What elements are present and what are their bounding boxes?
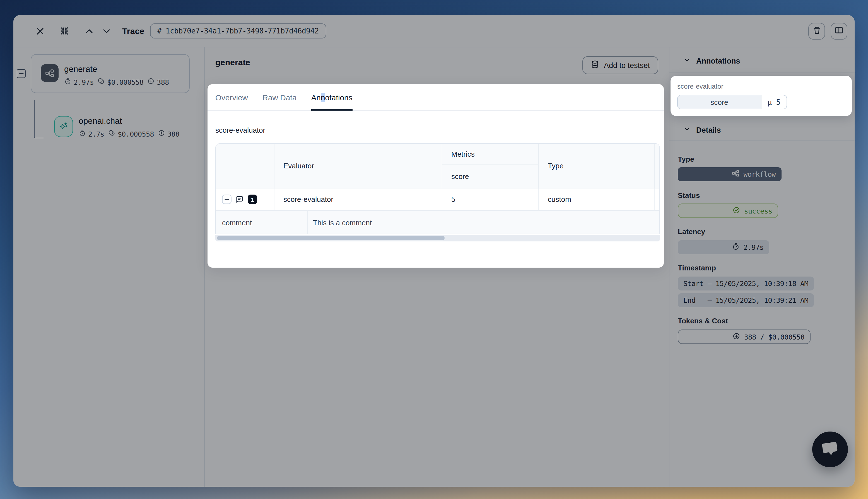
trace-topbar: Trace # 1cbb70e7-34a1-7bb7-3498-771b7d46… xyxy=(13,15,855,47)
cell-evaluator: score-evaluator xyxy=(275,188,442,210)
tabs-row: Overview Raw Data Annotations xyxy=(207,84,664,111)
annotations-header-label: Annotations xyxy=(696,57,740,65)
column-header-type: Type xyxy=(539,144,655,188)
app-root: Trace # 1cbb70e7-34a1-7bb7-3498-771b7d46… xyxy=(0,0,868,499)
chat-support-button[interactable] xyxy=(812,431,848,467)
comment-value: This is a comment xyxy=(308,211,659,234)
node-cost: $0.000558 xyxy=(118,130,154,138)
cell-type: custom xyxy=(539,188,655,210)
latency-value: 2.97s xyxy=(743,243,763,252)
prev-trace-button[interactable] xyxy=(82,23,97,39)
comment-count-badge: 1 xyxy=(248,195,257,204)
chevron-down-icon xyxy=(683,56,691,65)
cell-score: 5 xyxy=(442,188,539,210)
chevron-up-icon xyxy=(85,26,94,35)
column-subheader-score: score xyxy=(442,165,538,188)
check-circle-icon xyxy=(684,198,740,224)
tokens-cost-badge: 388 / $0.000558 xyxy=(678,329,810,344)
node-stats: 2.7s $0.000558 388 xyxy=(79,129,179,138)
latency-badge: 2.97s xyxy=(678,240,769,254)
comment-icon[interactable] xyxy=(236,195,244,204)
trace-id-badge: # 1cbb70e7-34a1-7bb7-3498-771b7d46d942 xyxy=(150,23,326,38)
type-value: workflow xyxy=(743,170,776,179)
tab-annotations[interactable]: Annotations xyxy=(311,84,352,110)
type-badge: workflow xyxy=(678,167,781,181)
table-header: Evaluator Metrics score Type xyxy=(216,144,659,188)
node-tokens: 388 xyxy=(157,78,169,86)
tree-connector xyxy=(34,100,44,138)
minus-icon xyxy=(224,195,229,204)
span-tab-panel: Overview Raw Data Annotations score-eval… xyxy=(207,84,664,268)
node-latency: 2.7s xyxy=(88,130,104,138)
timestamp-start-badge: Start – 15/05/2025, 10:39:18 AM xyxy=(678,277,814,291)
circle-plus-icon xyxy=(684,324,740,350)
annotation-evaluator-label: score-evaluator xyxy=(677,83,723,90)
divider xyxy=(670,141,855,141)
minimize-button[interactable] xyxy=(56,23,72,39)
delete-trace-button[interactable] xyxy=(808,23,825,39)
status-badge: success xyxy=(678,204,779,218)
tab-raw-data[interactable]: Raw Data xyxy=(263,84,297,110)
annotations-table: Evaluator Metrics score Type xyxy=(215,143,660,234)
score-metric-pill[interactable]: score μ 5 xyxy=(677,95,787,109)
workflow-icon xyxy=(683,161,739,187)
circle-plus-icon xyxy=(147,77,155,86)
next-trace-button[interactable] xyxy=(99,23,114,39)
trace-tree-sidebar: generate 2.97s $0.000558 388 xyxy=(13,47,205,487)
sparkles-icon xyxy=(54,116,73,137)
add-to-testset-button[interactable]: Add to testset xyxy=(583,56,658,74)
table-row: 1 score-evaluator 5 custom xyxy=(216,188,659,211)
minus-square-icon xyxy=(19,70,24,78)
metric-value-segment: μ 5 xyxy=(761,95,786,109)
text-selection: n xyxy=(321,93,325,102)
metric-name-segment: score xyxy=(678,95,761,109)
chat-bubble-icon xyxy=(819,438,841,461)
workflow-icon xyxy=(41,64,59,82)
tree-collapse-toggle[interactable] xyxy=(17,69,26,78)
annotations-section-header[interactable]: Annotations xyxy=(683,56,740,65)
stopwatch-icon xyxy=(79,129,86,138)
details-header-label: Details xyxy=(696,126,721,134)
span-title: generate xyxy=(215,58,250,67)
arrows-pointing-in-icon xyxy=(59,26,69,36)
annotation-card: score-evaluator score μ 5 xyxy=(671,76,852,116)
trash-icon xyxy=(812,26,821,36)
span-header: generate Add to testset xyxy=(205,47,669,84)
column-header-evaluator: Evaluator xyxy=(275,144,442,188)
toggle-panel-button[interactable] xyxy=(831,23,847,39)
tree-node-openai-chat[interactable]: openai.chat 2.7s $0.000558 388 xyxy=(54,116,179,138)
close-icon xyxy=(36,26,45,35)
scrollbar-thumb[interactable] xyxy=(217,236,445,240)
page-title: Trace xyxy=(122,26,144,36)
coins-icon xyxy=(108,129,116,138)
stopwatch-icon xyxy=(64,77,71,86)
node-title: generate xyxy=(64,64,169,74)
details-section-header[interactable]: Details xyxy=(683,125,721,134)
column-header-metrics: Metrics xyxy=(442,144,538,165)
circle-plus-icon xyxy=(158,129,165,138)
database-icon xyxy=(591,60,599,70)
add-to-testset-label: Add to testset xyxy=(604,61,650,70)
collapse-row-button[interactable] xyxy=(222,195,231,204)
stopwatch-icon xyxy=(683,234,739,260)
tree-node-generate[interactable]: generate 2.97s $0.000558 388 xyxy=(31,54,190,93)
timestamp-end-badge: End – 15/05/2025, 10:39:21 AM xyxy=(678,293,814,307)
evaluator-section-title: score-evaluator xyxy=(215,126,265,134)
trace-modal: Trace # 1cbb70e7-34a1-7bb7-3498-771b7d46… xyxy=(13,15,855,487)
coins-icon xyxy=(98,77,105,86)
span-detail-main: generate Add to testset Overview Raw Dat… xyxy=(205,47,669,487)
details-panel: Annotations score-evaluator score μ 5 De… xyxy=(669,47,855,487)
divider xyxy=(670,72,855,72)
tab-overview[interactable]: Overview xyxy=(215,84,248,110)
chevron-down-icon xyxy=(102,26,111,35)
comment-key: comment xyxy=(216,211,308,234)
node-tokens: 388 xyxy=(167,130,179,138)
close-button[interactable] xyxy=(32,23,48,39)
timestamp-label: Timestamp xyxy=(678,264,716,272)
chevron-down-icon xyxy=(683,125,691,134)
comment-row: comment This is a comment xyxy=(216,211,659,234)
sidebar-layout-icon xyxy=(834,26,843,36)
node-latency: 2.97s xyxy=(74,78,94,86)
node-stats: 2.97s $0.000558 388 xyxy=(64,77,169,86)
horizontal-scrollbar xyxy=(215,235,660,241)
